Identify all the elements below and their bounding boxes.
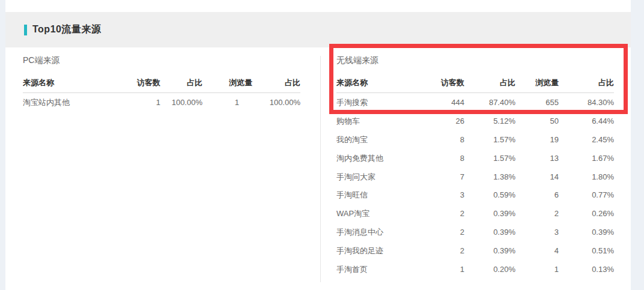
cell-value: 444 [433,93,464,112]
cell-value: 0.39% [464,241,515,260]
traffic-sources-page: Top10流量来源 PC端来源 来源名称 访客数 占比 浏览量 占比 淘宝站内其… [0,0,644,290]
col-header-pageviews-share: 占比 [252,65,300,93]
cell-value: 655 [515,93,559,112]
cell-value: 87.40% [464,93,515,112]
left-background-strip [0,0,5,290]
table-row: 手淘搜索44487.40%65584.30% [336,93,614,112]
pc-table-header-row: 来源名称 访客数 占比 浏览量 占比 [23,65,300,93]
pc-sources-panel: PC端来源 来源名称 访客数 占比 浏览量 占比 淘宝站内其他1100.00%1… [23,55,300,112]
cell-value: 0.39% [464,223,515,241]
table-row: WAP淘宝20.39%20.26% [336,204,614,223]
cell-value: 2 [433,241,464,260]
cell-value: 0.26% [559,204,614,223]
cell-value: 2 [515,204,559,223]
cell-source-name: 手淘消息中心 [336,223,433,241]
col-header-source-name: 来源名称 [336,65,433,93]
cell-value: 100.00% [252,93,300,112]
col-header-visitors-share: 占比 [464,65,515,93]
page-title: Top10流量来源 [32,23,101,36]
cell-source-name: 手淘旺信 [336,186,433,204]
col-header-pageviews: 浏览量 [202,65,252,93]
cell-value: 84.30% [559,93,614,112]
table-row: 购物车265.12%506.44% [336,112,614,130]
cell-value: 1 [433,260,464,279]
cell-value: 6.44% [559,112,614,130]
cell-value: 1 [202,93,252,112]
table-row: 手淘问大家71.38%141.80% [336,168,614,186]
table-row: 手淘首页10.20%10.13% [336,260,614,279]
table-row: 手淘旺信30.59%60.77% [336,186,614,204]
cell-value: 50 [515,112,559,130]
col-header-pageviews: 浏览量 [515,65,559,93]
cell-source-name: 淘宝站内其他 [23,93,131,112]
cell-value: 0.39% [559,223,614,241]
cell-value: 1.80% [559,168,614,186]
cell-value: 6 [515,186,559,204]
wireless-section-title: 无线端来源 [336,55,614,65]
cell-source-name: 手淘搜索 [336,93,433,112]
cell-value: 0.39% [464,204,515,223]
col-header-visitors-share: 占比 [160,65,202,93]
col-header-pageviews-share: 占比 [559,65,614,93]
cell-source-name: 淘内免费其他 [336,149,433,168]
cell-value: 19 [515,130,559,149]
cell-source-name: WAP淘宝 [336,204,433,223]
cell-value: 3 [433,186,464,204]
table-row: 手淘消息中心20.39%30.39% [336,223,614,241]
cell-value: 5.12% [464,112,515,130]
cell-value: 2 [433,204,464,223]
cell-value: 7 [433,168,464,186]
table-row: 淘内免费其他81.57%131.67% [336,149,614,168]
title-accent-bar [24,25,27,35]
pc-section-title: PC端来源 [23,55,300,65]
section-title-band: Top10流量来源 [5,12,631,47]
cell-value: 14 [515,168,559,186]
col-header-visitors: 访客数 [433,65,464,93]
cell-value: 0.51% [559,241,614,260]
cell-value: 13 [515,149,559,168]
cell-value: 0.20% [464,260,515,279]
cell-value: 1 [131,93,160,112]
cell-source-name: 手淘问大家 [336,168,433,186]
right-background-strip [631,0,644,290]
cell-value: 2 [433,223,464,241]
cell-value: 1.57% [464,149,515,168]
wireless-sources-panel: 无线端来源 来源名称 访客数 占比 浏览量 占比 手淘搜索44487.40%65… [336,55,614,279]
cell-value: 0.13% [559,260,614,279]
cell-value: 1.57% [464,130,515,149]
wireless-table-header-row: 来源名称 访客数 占比 浏览量 占比 [336,65,614,93]
cell-value: 0.59% [464,186,515,204]
cell-value: 1.67% [559,149,614,168]
cell-value: 8 [433,149,464,168]
wireless-sources-table: 来源名称 访客数 占比 浏览量 占比 手淘搜索44487.40%65584.30… [336,65,614,279]
cell-source-name: 手淘首页 [336,260,433,279]
cell-value: 3 [515,223,559,241]
cell-value: 0.77% [559,186,614,204]
cell-value: 26 [433,112,464,130]
cell-value: 8 [433,130,464,149]
cell-value: 1 [515,260,559,279]
cell-value: 2.45% [559,130,614,149]
cell-source-name: 手淘我的足迹 [336,241,433,260]
cell-source-name: 购物车 [336,112,433,130]
col-header-visitors: 访客数 [131,65,160,93]
table-row: 我的淘宝81.57%192.45% [336,130,614,149]
cell-value: 100.00% [160,93,202,112]
col-header-source-name: 来源名称 [23,65,131,93]
cell-source-name: 我的淘宝 [336,130,433,149]
cell-value: 1.38% [464,168,515,186]
cell-value: 4 [515,241,559,260]
panel-divider [320,56,321,282]
pc-sources-table: 来源名称 访客数 占比 浏览量 占比 淘宝站内其他1100.00%1100.00… [23,65,300,112]
table-row: 淘宝站内其他1100.00%1100.00% [23,93,300,112]
table-row: 手淘我的足迹20.39%40.51% [336,241,614,260]
